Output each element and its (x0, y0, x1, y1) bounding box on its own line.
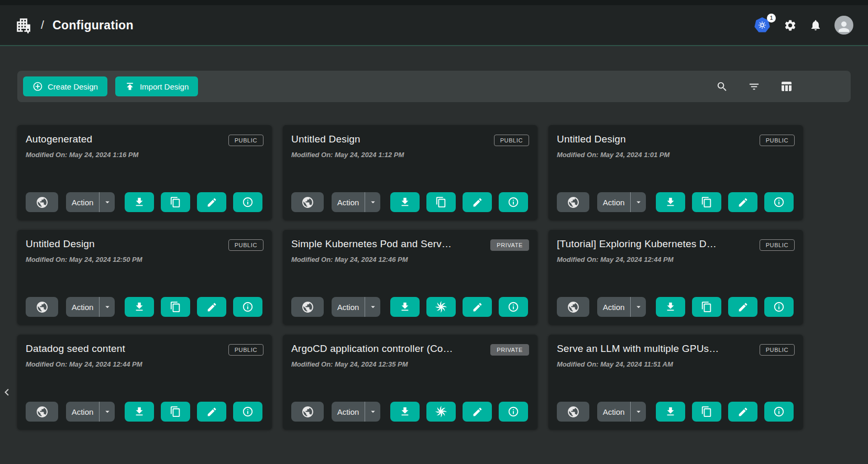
info-icon (508, 406, 519, 417)
info-icon (508, 196, 519, 208)
info-icon (773, 301, 785, 313)
info-button[interactable] (499, 402, 528, 422)
action-split-button[interactable]: Action (597, 402, 646, 422)
info-button[interactable] (764, 297, 794, 317)
copy-button[interactable] (692, 297, 721, 317)
search-button[interactable] (716, 81, 728, 93)
visibility-toggle-button[interactable] (557, 402, 589, 422)
action-button-label: Action (66, 198, 99, 207)
edit-icon (206, 302, 217, 313)
edit-button[interactable] (728, 297, 757, 317)
caret-down-icon[interactable] (365, 197, 380, 207)
kubernetes-context-button[interactable]: 1 (754, 17, 771, 33)
design-swirl-button[interactable] (426, 402, 456, 422)
download-button[interactable] (125, 402, 154, 422)
chevron-left-icon (0, 385, 14, 399)
action-split-button[interactable]: Action (332, 192, 380, 212)
modified-date: Modified On: May 24, 2024 1:12 PM (291, 151, 529, 159)
globe-icon (567, 196, 580, 209)
download-icon (399, 301, 411, 313)
download-button[interactable] (656, 297, 685, 317)
design-card-header: Serve an LLM with multiple GPUs… PUBLIC (557, 343, 795, 356)
visibility-toggle-button[interactable] (291, 192, 324, 212)
visibility-toggle-button[interactable] (291, 297, 324, 317)
copy-button[interactable] (426, 192, 456, 212)
copy-button[interactable] (161, 402, 190, 422)
copy-button[interactable] (692, 402, 721, 422)
settings-button[interactable] (784, 19, 797, 32)
caret-down-icon[interactable] (100, 197, 115, 207)
info-button[interactable] (233, 402, 262, 422)
edit-button[interactable] (728, 192, 757, 212)
design-swirl-icon (435, 405, 447, 418)
modified-date: Modified On: May 24, 2024 12:46 PM (291, 256, 529, 263)
copy-button[interactable] (692, 192, 721, 212)
download-button[interactable] (656, 402, 685, 422)
caret-down-icon[interactable] (100, 407, 115, 416)
edit-icon (472, 302, 483, 313)
modified-date: Modified On: May 24, 2024 12:44 PM (557, 256, 795, 263)
design-swirl-button[interactable] (426, 297, 456, 317)
edit-icon (472, 197, 483, 208)
avatar[interactable] (834, 16, 853, 35)
download-button[interactable] (125, 297, 154, 317)
caret-down-icon[interactable] (631, 407, 646, 416)
action-split-button[interactable]: Action (66, 297, 115, 317)
caret-down-icon[interactable] (631, 302, 646, 312)
visibility-toggle-button[interactable] (26, 192, 58, 212)
design-card: Untitled Design PUBLIC Modified On: May … (548, 125, 803, 220)
info-button[interactable] (499, 297, 528, 317)
visibility-toggle-button[interactable] (26, 297, 58, 317)
edit-button[interactable] (463, 402, 492, 422)
copy-button[interactable] (161, 297, 190, 317)
design-title: [Tutorial] Exploring Kubernetes D… (557, 238, 717, 250)
info-button[interactable] (764, 192, 794, 212)
action-split-button[interactable]: Action (66, 192, 115, 212)
filter-button[interactable] (748, 81, 760, 93)
edit-button[interactable] (197, 402, 226, 422)
action-button-label: Action (332, 303, 365, 312)
edit-button[interactable] (197, 297, 226, 317)
globe-icon (301, 405, 314, 418)
building-icon[interactable] (15, 16, 32, 34)
table-view-button[interactable] (780, 80, 793, 93)
import-design-button[interactable]: Import Design (115, 76, 198, 96)
download-button[interactable] (390, 192, 420, 212)
notifications-button[interactable] (809, 19, 822, 31)
edit-button[interactable] (197, 192, 226, 212)
visibility-badge: PRIVATE (490, 344, 529, 356)
action-split-button[interactable]: Action (597, 297, 646, 317)
info-button[interactable] (233, 192, 262, 212)
caret-down-icon[interactable] (365, 302, 380, 312)
info-button[interactable] (499, 192, 528, 212)
modified-date: Modified On: May 24, 2024 11:51 AM (557, 360, 795, 368)
download-button[interactable] (656, 192, 685, 212)
visibility-toggle-button[interactable] (557, 297, 589, 317)
visibility-toggle-button[interactable] (291, 402, 324, 422)
visibility-toggle-button[interactable] (26, 402, 58, 422)
action-button-label: Action (597, 303, 630, 312)
visibility-toggle-button[interactable] (557, 192, 589, 212)
create-design-button[interactable]: Create Design (23, 76, 107, 96)
edit-button[interactable] (728, 402, 757, 422)
action-split-button[interactable]: Action (332, 297, 380, 317)
info-button[interactable] (233, 297, 262, 317)
caret-down-icon[interactable] (365, 407, 380, 416)
collapse-panel-button[interactable] (0, 384, 12, 401)
caret-down-icon[interactable] (631, 197, 646, 207)
download-button[interactable] (390, 402, 420, 422)
visibility-badge: PUBLIC (760, 344, 795, 356)
edit-button[interactable] (463, 192, 492, 212)
visibility-badge: PUBLIC (228, 344, 263, 356)
caret-down-icon[interactable] (100, 302, 115, 312)
info-button[interactable] (764, 402, 794, 422)
action-split-button[interactable]: Action (66, 402, 115, 422)
action-split-button[interactable]: Action (332, 402, 380, 422)
design-card: Datadog seed content PUBLIC Modified On:… (17, 335, 272, 429)
action-split-button[interactable]: Action (597, 192, 646, 212)
edit-button[interactable] (463, 297, 492, 317)
download-button[interactable] (125, 192, 154, 212)
download-button[interactable] (390, 297, 420, 317)
copy-button[interactable] (161, 192, 190, 212)
design-swirl-icon (435, 301, 447, 313)
